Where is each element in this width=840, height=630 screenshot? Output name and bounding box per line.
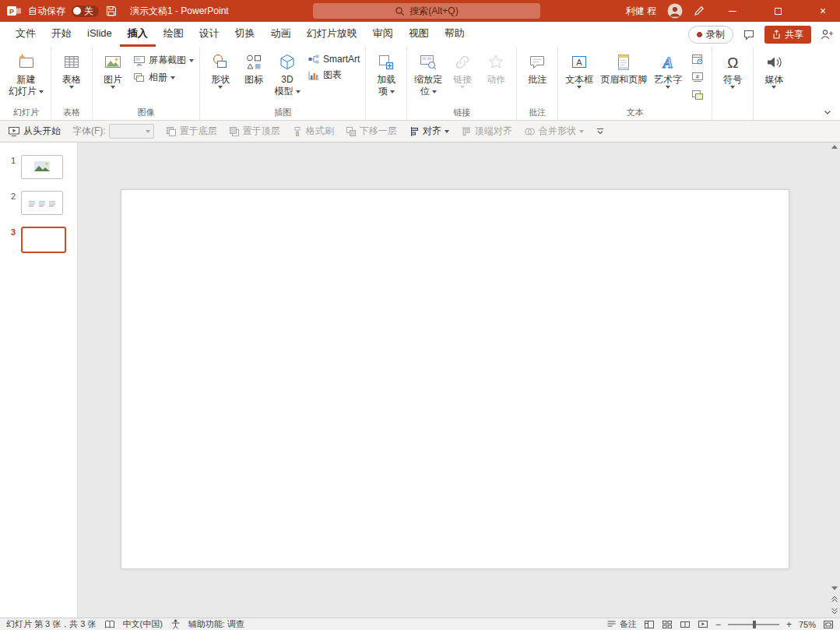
scroll-down-button[interactable] [831,586,838,590]
collapse-ribbon-button[interactable] [823,109,832,117]
zoom-out-button[interactable]: − [715,620,721,629]
accessibility-icon[interactable] [170,619,181,629]
maximize-button[interactable] [761,0,795,22]
tab-insert[interactable]: 插入 [120,22,156,47]
object-button[interactable] [689,87,706,102]
media-button[interactable]: 媒体 [757,48,790,89]
align-button[interactable]: 对齐 [409,125,449,138]
accessibility-status[interactable]: 辅助功能: 调查 [188,618,244,630]
font-combo[interactable] [109,124,154,139]
merge-shapes-icon [524,126,536,137]
tab-help[interactable]: 帮助 [437,22,473,47]
slide-3-thumbnail[interactable] [21,227,66,253]
autosave-state: 关 [84,5,93,18]
slideshow-view-button[interactable] [698,620,708,629]
merge-shapes-button[interactable]: 合并形状 [524,125,584,138]
icons-button[interactable]: 图标 [237,48,270,86]
tab-file[interactable]: 文件 [8,22,44,47]
slide-2-thumbnail[interactable] [21,191,63,215]
textbox-button[interactable]: A 文本框 [562,48,596,89]
tab-review[interactable]: 审阅 [365,22,401,47]
slide-indicator[interactable]: 幻灯片 第 3 张，共 3 张 [6,618,97,630]
tab-transitions[interactable]: 切换 [227,22,263,47]
tab-draw[interactable]: 绘图 [156,22,192,47]
tab-design[interactable]: 设计 [192,22,227,47]
save-icon[interactable] [105,5,118,17]
new-slide-icon [16,51,37,74]
ribbon-group-slides: 新建 幻灯片 幻灯片 [2,47,51,120]
tab-slideshow[interactable]: 幻灯片放映 [299,22,365,47]
toolbar-overflow-button[interactable] [596,127,605,136]
ribbon-group-media: 媒体 [754,47,794,120]
photo-album-button[interactable]: 相册 [133,71,194,84]
statusbar-right: 备注 − + 75% [606,618,834,630]
next-slide-button[interactable] [831,607,838,615]
fit-to-window-button[interactable] [823,620,834,629]
tab-islide[interactable]: iSlide [79,22,120,47]
zoom-slider-handle[interactable] [753,621,756,628]
send-to-back-button[interactable]: 置于底层 [166,125,217,138]
send-backward-icon [346,126,357,137]
zoom-in-button[interactable]: + [786,620,792,629]
add-ins-button[interactable]: 加载 项 [370,48,402,97]
reading-view-button[interactable] [680,620,691,629]
slide-sorter-view-button[interactable] [662,620,673,629]
share-button[interactable]: 共享 [764,26,811,44]
date-time-icon [691,53,705,65]
editing-canvas [78,143,840,618]
format-painter-button[interactable]: 格式刷 [292,125,334,138]
comments-icon[interactable] [743,29,755,40]
tab-home[interactable]: 开始 [44,22,79,47]
header-footer-button[interactable]: 页眉和页脚 [597,48,650,86]
screenshot-button[interactable]: 屏幕截图 [133,54,194,67]
zoom-percentage[interactable]: 75% [799,620,816,629]
record-button[interactable]: 录制 [688,26,733,44]
close-button[interactable]: × [806,0,840,22]
minimize-button[interactable] [715,0,750,22]
action-button[interactable]: 动作 [480,48,512,86]
3d-models-button[interactable]: 3D 模型 [271,48,304,97]
link-button[interactable]: 链接 [446,48,479,89]
wordart-button[interactable]: A 艺术字 [651,48,685,89]
normal-view-button[interactable] [644,620,655,629]
zoom-button[interactable]: 缩放定 位 [411,48,445,97]
slide-number-button[interactable]: # [689,69,706,84]
powerpoint-window: P 自动保存 关 演示文稿1 - PowerPoint 搜索(Alt+Q) 利健… [0,0,840,630]
smartart-button[interactable]: SmartArt [308,54,360,65]
autosave-toggle[interactable]: 关 [72,5,99,17]
send-backward-button[interactable]: 下移一层 [346,125,397,138]
scroll-up-button[interactable] [831,145,838,149]
tab-view[interactable]: 视图 [401,22,437,47]
slide-1-thumbnail[interactable] [21,155,63,179]
from-beginning-button[interactable]: 从头开始 [8,125,61,138]
chart-button[interactable]: 图表 [308,69,360,82]
search-box[interactable]: 搜索(Alt+Q) [313,3,540,19]
avatar[interactable] [667,3,683,19]
notes-button[interactable]: 备注 [606,618,637,630]
zoom-slider[interactable] [728,624,779,625]
align-top-label: 顶端对齐 [475,125,512,138]
bring-to-front-button[interactable]: 置于顶层 [229,125,280,138]
draw-icon[interactable] [694,5,705,16]
tab-animations[interactable]: 动画 [263,22,299,47]
comment-button[interactable]: 批注 [521,48,554,86]
symbol-button[interactable]: Ω 符号 [716,48,749,89]
new-slide-button[interactable]: 新建 幻灯片 [5,48,47,97]
user-name[interactable]: 利健 程 [626,5,656,18]
date-time-button[interactable] [689,51,706,66]
previous-slide-button[interactable] [831,595,838,603]
language-indicator[interactable]: 中文(中国) [123,618,163,630]
shapes-button[interactable]: 形状 [204,48,237,89]
main-area: 1 2 3 [0,143,840,618]
align-top-button[interactable]: 顶端对齐 [461,125,512,138]
spell-check-icon[interactable] [104,620,115,629]
picture-label: 图片 [104,74,122,86]
vertical-scrollbar [829,145,839,615]
send-backward-label: 下移一层 [360,125,397,138]
picture-button[interactable]: 图片 [97,48,129,89]
ribbon-tab-bar: 文件 开始 iSlide 插入 绘图 设计 切换 动画 幻灯片放映 审阅 视图 … [0,22,840,47]
powerpoint-app-icon[interactable]: P [6,4,22,18]
table-button[interactable]: 表格 [55,48,88,89]
add-people-icon[interactable] [821,29,834,40]
slide-canvas[interactable] [121,189,789,569]
